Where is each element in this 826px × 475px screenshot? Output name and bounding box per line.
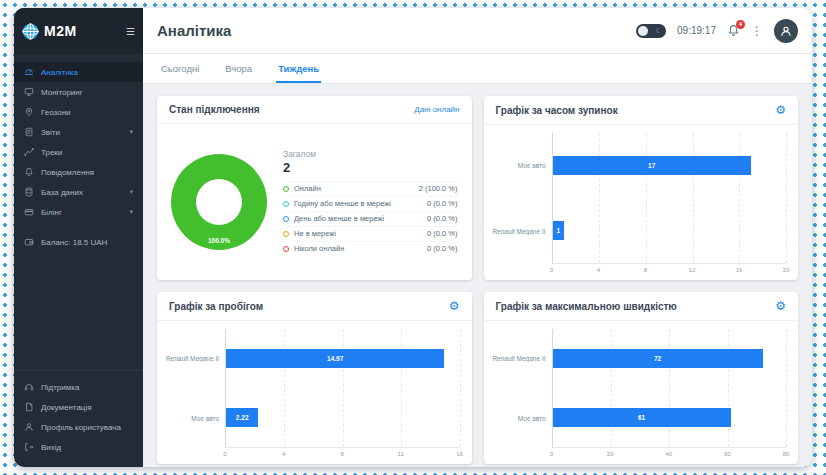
y-axis-label: Renault Megane II: [165, 355, 225, 362]
y-axis-label: Моє авто: [492, 162, 552, 169]
total-label: Загалом: [283, 149, 458, 159]
theme-toggle[interactable]: ☾: [636, 24, 666, 38]
legend-item[interactable]: Не в мережі0 (0.0 %): [283, 226, 458, 241]
y-axis-label: Renault Megane II: [492, 355, 552, 362]
card-title: Графік за часом зупинок: [496, 105, 618, 116]
sidebar-item-tracks[interactable]: Треки: [14, 142, 143, 162]
sidebar: M2M ☰ Аналітика Моніторинг Геозони: [14, 8, 143, 467]
bar[interactable]: 14.97: [226, 349, 444, 368]
y-axis-label: Моє авто: [492, 415, 552, 422]
bar[interactable]: 2.22: [226, 408, 258, 427]
user-icon: [779, 24, 793, 38]
database-icon: [24, 187, 34, 197]
sidebar-header: M2M ☰: [14, 8, 143, 54]
notifications-button[interactable]: 4: [727, 24, 740, 37]
x-axis-tick-label: 8: [644, 267, 647, 273]
hbar-cats: Renault Megane IIМоє авто: [492, 329, 552, 448]
legend-item[interactable]: Онлайн2 (100.0 %): [283, 181, 458, 196]
dashboard-grid: Стан підключення Дані онлайн 100.0% Зага…: [143, 84, 812, 467]
hamburger-menu-icon[interactable]: ☰: [126, 26, 135, 37]
sidebar-item-documentation[interactable]: Документація: [14, 397, 143, 417]
x-axis-tick-label: 16: [456, 451, 463, 457]
x-axis-tick-label: 20: [607, 451, 614, 457]
card-connection-state: Стан підключення Дані онлайн 100.0% Зага…: [157, 96, 472, 280]
online-data-link[interactable]: Дані онлайн: [414, 105, 459, 114]
legend-item[interactable]: День або менше в мережі0 (0.0 %): [283, 211, 458, 226]
sidebar-item-profile[interactable]: Профіль користувача: [14, 417, 143, 437]
sidebar-item-analytics[interactable]: Аналітика: [14, 62, 143, 82]
sidebar-nav: Аналітика Моніторинг Геозони Звіти ▾: [14, 54, 143, 252]
app-window: M2M ☰ Аналітика Моніторинг Геозони: [14, 8, 812, 467]
sidebar-item-billing[interactable]: Білінг ▾: [14, 202, 143, 222]
sidebar-item-label: Звіти: [41, 128, 60, 137]
sidebar-item-label: Повідомлення: [41, 168, 94, 177]
tab-yesterday[interactable]: Вчора: [223, 54, 254, 83]
sidebar-item-label: Баланс: 18.5 UAH: [41, 238, 107, 247]
sidebar-item-label: Білінг: [41, 208, 62, 217]
chevron-down-icon: ▾: [129, 128, 133, 136]
route-icon: [24, 147, 34, 157]
card-title: Стан підключення: [169, 104, 260, 115]
kebab-menu-icon[interactable]: ⋮: [751, 24, 763, 38]
monitor-icon: [24, 87, 34, 97]
moon-icon: ☾: [656, 27, 662, 35]
hbar-row: 1: [553, 221, 787, 240]
toggle-knob-icon: [638, 26, 648, 36]
gear-icon[interactable]: ⚙: [775, 300, 786, 312]
bar-value-label: 61: [638, 414, 645, 421]
tab-week[interactable]: Тиждень: [276, 54, 321, 83]
gear-icon[interactable]: ⚙: [449, 300, 460, 312]
avatar[interactable]: [774, 19, 798, 43]
tab-today[interactable]: Сьогодні: [159, 54, 201, 83]
sidebar-item-database[interactable]: База даних ▾: [14, 182, 143, 202]
sidebar-item-notifications[interactable]: Повідомлення: [14, 162, 143, 182]
clock-time: 09:19:17: [677, 25, 716, 36]
mileage-bar-chart: Renault Megane IIМоє авто 14.972.22 0481…: [157, 321, 472, 464]
bar[interactable]: 61: [553, 408, 731, 427]
bar[interactable]: 1: [553, 221, 565, 240]
chevron-down-icon: ▾: [129, 208, 133, 216]
gear-icon[interactable]: ⚙: [775, 104, 786, 116]
map-pin-icon: [24, 107, 34, 117]
x-axis-tick-label: 0: [223, 451, 226, 457]
bar[interactable]: 17: [553, 156, 751, 175]
legend-item[interactable]: Ніколи онлайн0 (0.0 %): [283, 241, 458, 256]
sidebar-item-label: Документація: [41, 403, 92, 412]
card-title: Графік за максимальною швидкістю: [496, 301, 677, 312]
sidebar-item-balance[interactable]: Баланс: 18.5 UAH: [14, 232, 143, 252]
bar[interactable]: 72: [553, 349, 763, 368]
sidebar-item-label: Геозони: [41, 108, 71, 117]
sidebar-footer: Підтримка Документація Профіль користува…: [14, 370, 143, 467]
card-header: Стан підключення Дані онлайн: [157, 96, 472, 124]
sidebar-item-geozones[interactable]: Геозони: [14, 102, 143, 122]
hbar-row: 61: [553, 408, 787, 427]
y-axis-label: Моє авто: [165, 415, 225, 422]
x-axis-tick-label: 20: [783, 267, 790, 273]
max-speed-bar-chart: Renault Megane IIМоє авто 7261 020406080: [484, 321, 799, 464]
sidebar-item-support[interactable]: Підтримка: [14, 377, 143, 397]
wallet-icon: [24, 237, 34, 247]
card-title: Графік за пробігом: [169, 301, 263, 312]
legend-color-dot: [283, 246, 289, 252]
sidebar-item-monitoring[interactable]: Моніторинг: [14, 82, 143, 102]
sidebar-item-logout[interactable]: Вихід: [14, 437, 143, 457]
sidebar-item-label: Вихід: [41, 443, 61, 452]
logout-icon: [24, 442, 34, 452]
hbar-rows: 14.972.22: [226, 329, 460, 447]
gridline: [786, 133, 787, 263]
legend-item[interactable]: Годину або менше в мережі0 (0.0 %): [283, 196, 458, 211]
card-header: Графік за пробігом ⚙: [157, 292, 472, 321]
topbar: Аналітика ☾ 09:19:17 4 ⋮: [143, 8, 812, 54]
hbar-row: 2.22: [226, 408, 460, 427]
bar-value-label: 72: [654, 355, 661, 362]
notification-badge: 4: [736, 20, 745, 29]
hbar-cats: Моє автоRenault Megane II: [492, 133, 552, 264]
legend-label: Онлайн: [294, 184, 414, 193]
main-area: Аналітика ☾ 09:19:17 4 ⋮ Сьогодні Вчора: [143, 8, 812, 467]
card-max-speed-chart: Графік за максимальною швидкістю ⚙ Renau…: [484, 292, 799, 464]
legend-value: 0 (0.0 %): [427, 244, 457, 253]
sidebar-item-reports[interactable]: Звіти ▾: [14, 122, 143, 142]
legend-value: 2 (100.0 %): [419, 184, 458, 193]
x-axis-tick-label: 4: [282, 451, 285, 457]
sidebar-item-label: Аналітика: [41, 68, 78, 77]
